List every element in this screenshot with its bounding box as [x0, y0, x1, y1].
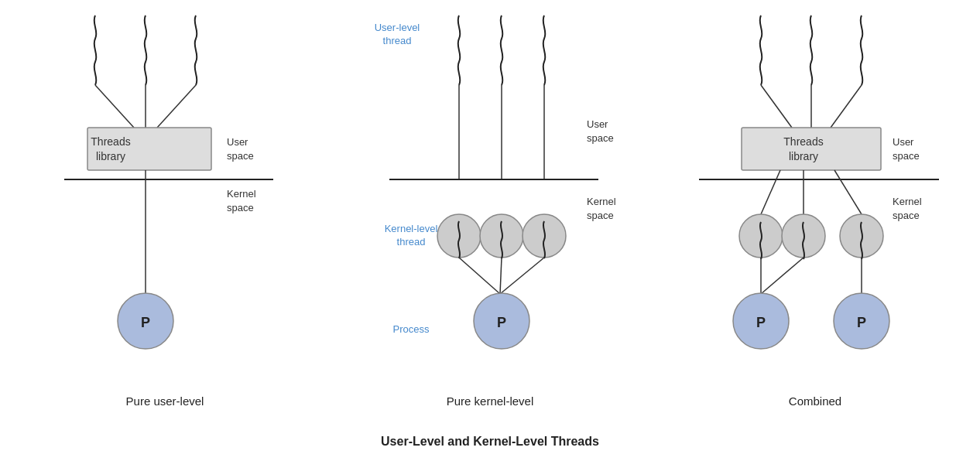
svg-line-30: [500, 258, 502, 294]
svg-text:space: space: [587, 210, 614, 221]
caption-pure-kernel-level: Pure kernel-level: [447, 394, 534, 415]
svg-line-29: [459, 258, 500, 294]
diagram-combined: Threads library User space Kernel space: [653, 8, 978, 415]
svg-text:space: space: [227, 150, 254, 162]
svg-text:P: P: [756, 315, 766, 330]
diagram-pure-user-level: Threads library User space Kernel space …: [2, 8, 327, 415]
svg-text:library: library: [96, 150, 125, 162]
svg-text:User: User: [227, 136, 248, 148]
svg-text:space: space: [893, 210, 920, 221]
svg-text:Kernel: Kernel: [227, 188, 256, 200]
svg-text:Process: Process: [393, 323, 430, 335]
svg-text:User: User: [893, 136, 914, 148]
svg-text:User-level: User-level: [375, 22, 420, 33]
diagrams-row: Threads library User space Kernel space …: [0, 0, 980, 435]
main-container: Threads library User space Kernel space …: [0, 0, 980, 461]
svg-text:thread: thread: [383, 35, 412, 46]
svg-text:P: P: [141, 315, 150, 330]
svg-line-0: [95, 85, 134, 128]
main-title: User-Level and Kernel-Level Threads: [381, 435, 599, 461]
svg-text:library: library: [789, 150, 818, 162]
svg-rect-3: [87, 128, 211, 170]
svg-text:Threads: Threads: [783, 135, 823, 148]
svg-text:thread: thread: [397, 236, 426, 248]
svg-text:Kernel: Kernel: [893, 196, 922, 207]
svg-text:Kernel-level: Kernel-level: [385, 223, 438, 234]
svg-text:Kernel: Kernel: [587, 196, 616, 207]
svg-text:space: space: [893, 150, 920, 162]
svg-line-31: [500, 258, 544, 294]
svg-text:space: space: [227, 202, 254, 213]
caption-pure-user-level: Pure user-level: [126, 394, 204, 415]
svg-text:Threads: Threads: [91, 135, 130, 148]
svg-line-2: [157, 85, 196, 128]
svg-line-48: [834, 170, 862, 214]
caption-combined: Combined: [789, 394, 841, 415]
svg-text:space: space: [587, 132, 614, 144]
diagram-pure-kernel-level: User-level thread User space Kernel spac…: [327, 8, 653, 415]
svg-text:User: User: [587, 118, 608, 130]
svg-line-53: [761, 258, 804, 294]
svg-line-46: [761, 170, 780, 214]
svg-rect-38: [742, 128, 881, 170]
svg-line-37: [831, 85, 862, 128]
svg-text:P: P: [497, 315, 506, 330]
svg-line-35: [761, 85, 792, 128]
svg-text:P: P: [857, 315, 866, 330]
